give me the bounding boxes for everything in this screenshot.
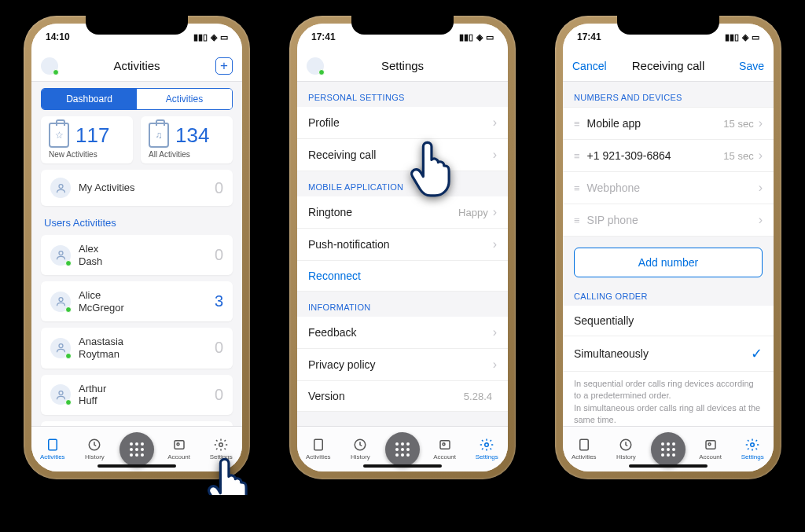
dialpad-button[interactable] xyxy=(651,432,686,467)
account-icon xyxy=(438,438,452,452)
tab-account[interactable]: Account xyxy=(428,438,462,460)
row-receiving-call[interactable]: Receiving call› xyxy=(297,139,508,171)
save-button[interactable]: Save xyxy=(739,60,764,72)
device-row[interactable]: ≡Webphone› xyxy=(563,172,774,204)
svg-point-19 xyxy=(708,443,711,446)
user-row[interactable]: ArthurHuff0 xyxy=(41,375,233,415)
svg-point-14 xyxy=(443,443,445,446)
tab-activities[interactable]: Activities xyxy=(567,438,601,460)
navbar: Settings xyxy=(297,50,508,82)
device-duration: 15 sec xyxy=(723,118,753,130)
tab-account[interactable]: Account xyxy=(162,438,197,460)
user-row[interactable]: AlexDash0 xyxy=(41,235,233,275)
dialpad-icon xyxy=(661,442,675,457)
tab-settings[interactable]: Settings xyxy=(469,438,504,460)
row-ringtone[interactable]: RingtoneHappy› xyxy=(297,196,508,229)
stat-all-count: 134 xyxy=(175,123,209,148)
device-label: Mobile app xyxy=(587,117,724,130)
navbar: Cancel Receiving call Save xyxy=(563,50,774,82)
wifi-icon: ◈ xyxy=(476,32,483,42)
chevron-right-icon: › xyxy=(759,116,763,130)
user-avatar-icon[interactable] xyxy=(41,57,58,75)
svg-point-20 xyxy=(751,443,755,447)
tab-history[interactable]: History xyxy=(608,438,643,460)
cancel-button[interactable]: Cancel xyxy=(572,60,607,72)
activities-icon xyxy=(311,438,325,452)
drag-handle-icon[interactable]: ≡ xyxy=(574,215,579,226)
order-note: In sequential order calls ring devices a… xyxy=(563,372,774,426)
row-sequentially[interactable]: Sequentially xyxy=(563,306,774,336)
battery-icon: ▭ xyxy=(220,32,228,42)
stat-all-activities[interactable]: ♫ 134 All Activities xyxy=(141,116,233,163)
status-dot-icon xyxy=(65,260,72,266)
row-privacy[interactable]: Privacy policy› xyxy=(297,349,508,381)
add-button[interactable]: + xyxy=(215,57,233,75)
device-label: SIP phone xyxy=(587,214,759,226)
nav-title: Activities xyxy=(80,59,193,72)
row-push[interactable]: Push-notification› xyxy=(297,229,508,261)
nav-title: Receiving call xyxy=(612,59,725,72)
dialpad-button[interactable] xyxy=(119,432,154,467)
wifi-icon: ◈ xyxy=(211,32,217,42)
my-activities-row[interactable]: My Activities 0 xyxy=(41,170,233,206)
segment-dashboard[interactable]: Dashboard xyxy=(42,89,137,109)
row-simultaneously[interactable]: Simultaneously✓ xyxy=(563,336,774,372)
user-row[interactable]: AnastasiaRoytman0 xyxy=(41,328,233,368)
device-row[interactable]: ≡Mobile app15 sec› xyxy=(563,107,774,140)
tab-activities[interactable]: Activities xyxy=(35,438,70,460)
segment-control[interactable]: Dashboard Activities xyxy=(41,88,233,110)
settings-icon xyxy=(214,438,228,452)
tab-account[interactable]: Account xyxy=(693,438,728,460)
segment-activities[interactable]: Activities xyxy=(137,89,232,109)
drag-handle-icon[interactable]: ≡ xyxy=(574,118,579,130)
svg-rect-16 xyxy=(580,439,589,450)
chevron-right-icon: › xyxy=(493,325,497,339)
group-personal: PERSONAL SETTINGS xyxy=(297,82,508,107)
checkmark-icon: ✓ xyxy=(751,345,763,362)
pointer-hand-icon xyxy=(204,454,255,495)
user-count: 0 xyxy=(215,339,223,357)
dialpad-button[interactable] xyxy=(385,432,420,467)
stat-new-label: New Activities xyxy=(49,150,125,159)
tab-activities[interactable]: Activities xyxy=(301,438,336,460)
row-reconnect[interactable]: Reconnect xyxy=(297,261,508,292)
svg-rect-11 xyxy=(314,439,323,450)
dialpad-icon xyxy=(130,442,144,457)
version-value: 5.28.4 xyxy=(464,391,492,402)
device-row[interactable]: ≡+1 921-309-686415 sec› xyxy=(563,140,774,172)
activities-icon xyxy=(577,438,591,452)
tab-settings[interactable]: Settings xyxy=(735,438,770,460)
drag-handle-icon[interactable]: ≡ xyxy=(574,150,579,162)
stat-new-activities[interactable]: ☆ 117 New Activities xyxy=(41,116,133,163)
home-indicator[interactable] xyxy=(363,464,442,468)
status-icons: ▮▮▯◈▭ xyxy=(725,32,759,42)
settings-icon xyxy=(745,438,759,452)
user-row[interactable]: AliceMcGregor3 xyxy=(41,281,233,321)
phone-receiving-call: 17:41 ▮▮▯◈▭ Cancel Receiving call Save N… xyxy=(555,16,781,479)
row-feedback[interactable]: Feedback› xyxy=(297,317,508,349)
settings-icon xyxy=(480,438,494,452)
row-profile[interactable]: Profile› xyxy=(297,107,508,139)
group-numbers: NUMBERS AND DEVICES xyxy=(563,82,774,107)
tab-history[interactable]: History xyxy=(343,438,377,460)
user-avatar-icon[interactable] xyxy=(307,57,324,75)
avatar-icon xyxy=(50,384,71,405)
device-row[interactable]: ≡SIP phone› xyxy=(563,204,774,237)
user-name: ArthurHuff xyxy=(79,383,215,407)
users-section-title: Users Activitites xyxy=(31,212,242,235)
signal-icon: ▮▮▯ xyxy=(725,32,739,42)
tab-bar: Activities History Account Settings xyxy=(563,426,774,471)
activities-icon xyxy=(46,438,60,452)
drag-handle-icon[interactable]: ≡ xyxy=(574,182,579,194)
group-info: INFORMATION xyxy=(297,292,508,317)
history-icon xyxy=(619,438,633,452)
add-number-button[interactable]: Add number xyxy=(574,248,763,277)
user-name: AlexDash xyxy=(79,243,215,267)
status-dot-icon xyxy=(65,306,72,313)
chevron-right-icon: › xyxy=(759,213,763,227)
tab-history[interactable]: History xyxy=(77,438,112,460)
home-indicator[interactable] xyxy=(97,464,176,468)
home-indicator[interactable] xyxy=(629,464,708,468)
phone-settings: 17:41 ▮▮▯◈▭ Settings PERSONAL SETTINGS P… xyxy=(289,16,516,479)
stat-all-label: All Activities xyxy=(149,150,225,159)
